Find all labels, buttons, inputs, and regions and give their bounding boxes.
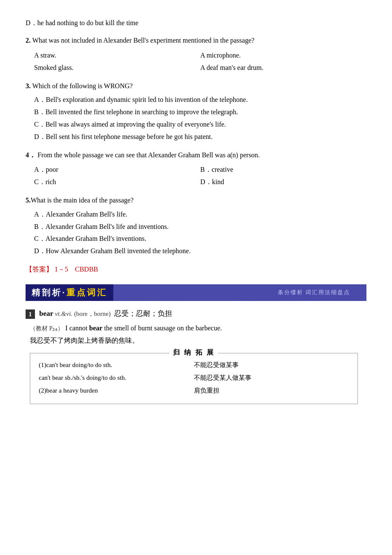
q3-option-a-text: Bell's exploration and dynamic spirit le… [46, 96, 248, 103]
q4-option-d: D．kind [200, 176, 366, 188]
option-d-prev: D．he had nothing to do but kill the time [26, 17, 366, 29]
q2-option-c-text: Smoked glass. [34, 64, 73, 71]
question-2-text: 2. What was not included in Alexander Be… [26, 35, 366, 47]
section-header-left: 精剖析·重点词汇 [26, 284, 113, 301]
q2-option-a: A straw. [34, 49, 200, 62]
option-d-prev-text: D．he had nothing to do but kill the time [26, 19, 138, 26]
section-header-arrow-icon: ▼ [352, 288, 360, 297]
section-header: 精剖析·重点词汇 条分缕析 词汇用法细盘点 ▼ [26, 284, 366, 301]
q4-option-c-text: rich [46, 178, 56, 185]
section-header-subtitle: 条分缕析 词汇用法细盘点 [278, 289, 350, 296]
section-header-right: 条分缕析 词汇用法细盘点 ▼ [113, 284, 366, 301]
question-4-text: 4． From the whole passage we can see tha… [26, 149, 366, 162]
answer-box: 【答案】 1－5 CBDBB [26, 263, 366, 276]
answer-label: 【答案】 [26, 266, 53, 273]
q5-option-b: B．Alexander Graham Bell's life and inven… [34, 221, 366, 233]
vocab-meaning: 忍受；忍耐；负担 [114, 309, 172, 318]
section-title-part1: 精剖析 [32, 288, 62, 297]
q3-number: 3. [26, 82, 31, 90]
q3-option-b: B．Bell invented the first telephone in s… [34, 106, 366, 119]
q4-option-d-text: kind [212, 178, 224, 185]
q4-option-b: B．creative [200, 164, 366, 176]
q5-body: What is the main idea of the passage? [31, 197, 133, 204]
q3-option-d: D．Bell sent his first telephone message … [34, 131, 366, 143]
q2-option-d-text: A deaf man's ear drum. [200, 64, 263, 71]
q4-options: A．poor B．creative C．rich D．kind [34, 164, 366, 188]
q2-body: What was not included in Alexander Bell'… [32, 37, 254, 44]
answer-content: 1－5 CBDBB [55, 266, 98, 273]
vocab-word: bear [39, 309, 53, 318]
page-content: D．he had nothing to do but kill the time… [26, 17, 366, 404]
expansion-left-1: (1)can't bear doing/to do sth. [39, 358, 194, 371]
expansion-box: 归 纳 拓 展 (1)can't bear doing/to do sth. 不… [30, 353, 358, 404]
example-translation: 我忍受不了烤肉架上烤香肠的焦味。 [30, 335, 366, 347]
vocab-pos: vt.&vi. [55, 310, 72, 317]
q2-number: 2. [26, 37, 31, 44]
expansion-row-3: (2)bear a heavy burden 肩负重担 [39, 384, 349, 397]
q4-number: 4． [26, 151, 36, 159]
vocab-number: 1 [26, 309, 35, 319]
q5-option-c: C．Alexander Graham Bell's inventions. [34, 233, 366, 245]
example-source: （教材 P₂₄） [30, 325, 63, 332]
section-header-title: 精剖析·重点词汇 [32, 287, 107, 298]
example-line: （教材 P₂₄） I cannot bear the smell of burn… [30, 322, 366, 335]
section-title-part2: 重点词汇 [66, 288, 107, 297]
q5-number: 5. [26, 197, 31, 204]
vocab-forms: (bore，borne) [74, 310, 111, 317]
question-5: 5.What is the main idea of the passage? … [26, 194, 366, 257]
q3-option-c: C．Bell was always aimed at improving the… [34, 119, 366, 131]
q5-option-a-text: Alexander Graham Bell's life. [46, 211, 127, 218]
q4-option-a: A．poor [34, 164, 200, 176]
q5-option-a: A．Alexander Graham Bell's life. [34, 208, 366, 221]
q3-option-a: A．Bell's exploration and dynamic spirit … [34, 94, 366, 106]
q4-option-b-text: creative [212, 166, 233, 173]
q3-body: Which of the following is WRONG? [32, 82, 133, 90]
question-2: 2. What was not included in Alexander Be… [26, 35, 366, 74]
expansion-right-1: 不能忍受做某事 [194, 358, 349, 371]
q2-option-c: Smoked glass. [34, 62, 200, 74]
q5-option-c-text: Alexander Graham Bell's inventions. [46, 235, 147, 242]
example-bold-word: bear [89, 324, 102, 332]
q5-option-d-text: How Alexander Graham Bell invented the t… [46, 247, 191, 254]
q3-options: A．Bell's exploration and dynamic spirit … [34, 94, 366, 143]
section-title-dot: · [62, 288, 66, 297]
question-4: 4． From the whole passage we can see tha… [26, 149, 366, 188]
expansion-right-3: 肩负重担 [194, 384, 349, 397]
question-3-text: 3. Which of the following is WRONG? [26, 80, 366, 92]
q5-option-d: D．How Alexander Graham Bell invented the… [34, 245, 366, 257]
q4-body: From the whole passage we can see that A… [37, 151, 260, 159]
expansion-box-title: 归 纳 拓 展 [170, 348, 218, 357]
q4-option-a-text: poor [46, 166, 58, 173]
q2-option-a-text: A straw. [34, 52, 56, 59]
q4-option-c: C．rich [34, 176, 200, 188]
expansion-right-2: 不能忍受某人做某事 [194, 371, 349, 384]
q3-option-d-text: Bell sent his first telephone message be… [46, 133, 213, 140]
q2-options: A straw. A microphone. Smoked glass. A d… [34, 49, 366, 74]
q3-option-c-text: Bell was always aimed at improving the q… [46, 121, 226, 128]
vocab-entry-bear: 1 bear vt.&vi. (bore，borne) 忍受；忍耐；负担 （教材… [26, 309, 366, 404]
q3-option-b-text: Bell invented the first telephone in sea… [46, 108, 238, 116]
question-3: 3. Which of the following is WRONG? A．Be… [26, 80, 366, 143]
expansion-left-3: (2)bear a heavy burden [39, 384, 194, 397]
expansion-left-2: can't bear sb./sb.'s doing/to do sth. [39, 371, 194, 384]
q2-option-b-text: A microphone. [200, 52, 241, 59]
example-text: I cannot bear the smell of burnt sausage… [65, 324, 222, 332]
vocab-entry-header: 1 bear vt.&vi. (bore，borne) 忍受；忍耐；负担 [26, 309, 366, 319]
q2-option-b: A microphone. [200, 49, 366, 62]
expansion-row-2: can't bear sb./sb.'s doing/to do sth. 不能… [39, 371, 349, 384]
q5-option-b-text: Alexander Graham Bell's life and inventi… [46, 223, 169, 230]
expansion-row-1: (1)can't bear doing/to do sth. 不能忍受做某事 [39, 358, 349, 371]
q5-options: A．Alexander Graham Bell's life. B．Alexan… [34, 208, 366, 257]
q2-option-d: A deaf man's ear drum. [200, 62, 366, 74]
question-5-text: 5.What is the main idea of the passage? [26, 194, 366, 207]
